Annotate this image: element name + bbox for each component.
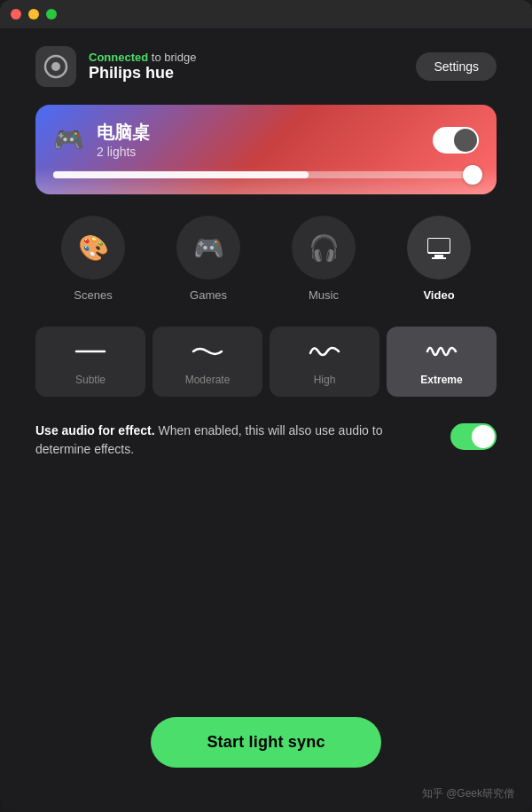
room-title: 电脑桌	[97, 121, 150, 145]
connection-info: Connected to bridge Philips hue	[89, 51, 196, 83]
svg-point-1	[51, 62, 60, 71]
high-wave-icon	[309, 341, 340, 367]
main-window: Connected to bridge Philips hue Settings…	[0, 0, 532, 812]
close-dot[interactable]	[11, 9, 21, 20]
mode-music[interactable]: 🎧 Music	[292, 216, 356, 302]
gamepad-icon: 🎮	[53, 125, 84, 154]
audio-toggle[interactable]	[450, 423, 497, 450]
modes-section: 🎨 Scenes 🎮 Games 🎧 Music	[35, 216, 497, 302]
games-icon-wrap: 🎮	[176, 216, 240, 280]
video-label: Video	[423, 288, 454, 302]
audio-section: Use audio for effect. When enabled, this…	[35, 418, 497, 462]
device-name: Philips hue	[89, 64, 196, 83]
mode-video[interactable]: Video	[407, 216, 471, 302]
effect-moderate[interactable]: Moderate	[153, 327, 262, 397]
minimize-dot[interactable]	[28, 9, 39, 20]
connection-status-text: Connected to bridge	[89, 51, 196, 64]
content-area: Connected to bridge Philips hue Settings…	[0, 28, 532, 812]
scenes-icon-wrap: 🎨	[61, 216, 125, 280]
maximize-dot[interactable]	[46, 9, 57, 20]
watermark: 知乎 @Geek研究僧	[422, 786, 514, 801]
header-left: Connected to bridge Philips hue	[35, 46, 196, 87]
settings-button[interactable]: Settings	[416, 52, 497, 81]
video-icon-wrap	[407, 216, 471, 280]
room-left: 🎮 电脑桌 2 lights	[53, 121, 150, 159]
room-card: 🎮 电脑桌 2 lights	[35, 105, 497, 194]
header: Connected to bridge Philips hue Settings	[35, 46, 497, 87]
slider-track	[53, 171, 309, 178]
toggle-knob	[454, 129, 477, 152]
mode-games[interactable]: 🎮 Games	[176, 216, 240, 302]
connection-suffix: to bridge	[148, 51, 196, 64]
audio-toggle-knob	[472, 425, 495, 448]
room-info: 电脑桌 2 lights	[97, 121, 150, 159]
svg-rect-3	[434, 255, 443, 257]
scenes-label: Scenes	[74, 288, 112, 302]
room-toggle[interactable]	[433, 127, 479, 154]
audio-description: Use audio for effect. When enabled, this…	[35, 422, 436, 459]
games-label: Games	[190, 288, 227, 302]
games-icon: 🎮	[193, 233, 224, 263]
start-light-sync-button[interactable]: Start light sync	[151, 717, 381, 768]
subtle-label: Subtle	[75, 374, 106, 386]
music-icon: 🎧	[309, 233, 340, 263]
mode-scenes[interactable]: 🎨 Scenes	[61, 216, 125, 302]
music-label: Music	[309, 288, 339, 302]
music-icon-wrap: 🎧	[292, 216, 356, 280]
svg-rect-4	[432, 257, 446, 259]
effect-high[interactable]: High	[270, 327, 379, 397]
moderate-wave-icon	[192, 341, 223, 367]
hue-icon	[35, 46, 76, 87]
effect-extreme[interactable]: Extreme	[387, 327, 497, 397]
monitor-icon	[425, 233, 453, 262]
room-card-inner: 🎮 电脑桌 2 lights	[53, 121, 479, 159]
titlebar	[0, 0, 532, 28]
extreme-wave-icon	[426, 341, 458, 367]
extreme-label: Extreme	[420, 374, 462, 386]
connected-label: Connected	[89, 51, 148, 64]
effect-subtle[interactable]: Subtle	[35, 327, 145, 397]
slider-thumb	[463, 165, 482, 185]
start-button-wrap: Start light sync	[151, 717, 381, 768]
moderate-label: Moderate	[185, 374, 231, 386]
svg-rect-5	[428, 239, 450, 252]
effects-section: Subtle Moderate High	[35, 327, 497, 397]
subtle-wave-icon	[74, 341, 106, 367]
high-label: High	[314, 374, 336, 386]
audio-bold-text: Use audio for effect.	[35, 423, 155, 438]
brightness-slider[interactable]	[53, 171, 479, 178]
scenes-icon: 🎨	[78, 233, 109, 263]
room-subtitle: 2 lights	[97, 145, 150, 159]
